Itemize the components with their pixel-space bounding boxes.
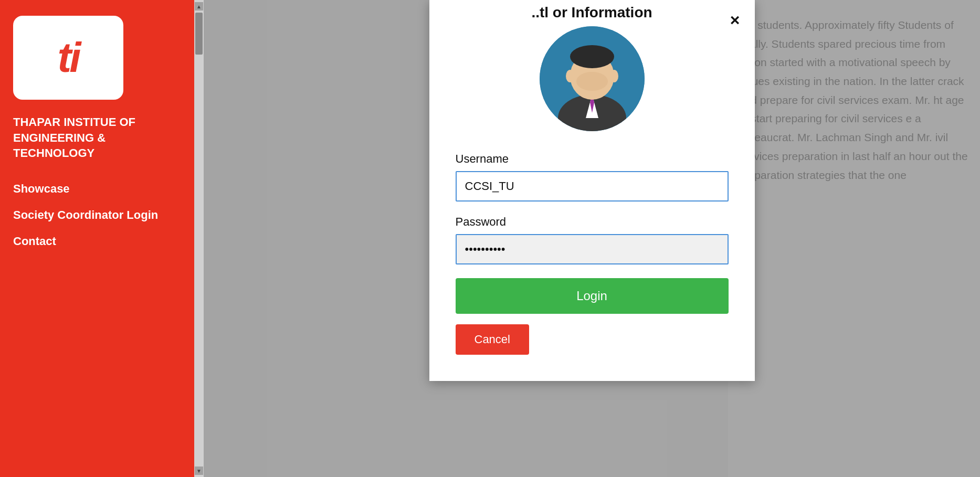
institute-name: THAPAR INSTITUE OF ENGINEERING & TECHNOL… — [13, 114, 181, 161]
sidebar-item-showcase[interactable]: Showcase — [13, 182, 181, 196]
main-content: ..tl or Information ear students. Approx… — [204, 0, 980, 477]
svg-point-7 — [566, 70, 574, 82]
password-input[interactable] — [456, 234, 729, 264]
login-button[interactable]: Login — [456, 278, 729, 314]
avatar-svg — [540, 26, 645, 131]
avatar — [540, 26, 645, 131]
avatar-container — [456, 26, 729, 131]
username-label: Username — [456, 152, 729, 166]
sidebar-item-contact[interactable]: Contact — [13, 235, 181, 248]
svg-point-9 — [576, 72, 608, 91]
sidebar-nav: Showcase Society Coordinator Login Conta… — [13, 182, 181, 248]
sidebar-item-coordinator-login[interactable]: Society Coordinator Login — [13, 208, 181, 222]
page-title-partial: ..tl or Information — [521, 0, 662, 25]
scroll-up-arrow[interactable]: ▲ — [195, 2, 203, 10]
svg-point-6 — [570, 45, 614, 68]
modal-close-button[interactable]: × — [730, 12, 740, 28]
login-modal: × — [429, 0, 755, 381]
logo-icon: ti — [58, 37, 79, 79]
logo-container: ti — [13, 16, 123, 100]
scroll-down-arrow[interactable]: ▼ — [195, 467, 203, 475]
svg-point-8 — [610, 70, 618, 82]
scrollbar[interactable]: ▲ ▼ — [194, 0, 204, 477]
password-label: Password — [456, 215, 729, 229]
cancel-button[interactable]: Cancel — [456, 324, 529, 355]
scroll-thumb[interactable] — [195, 13, 203, 55]
username-input[interactable] — [456, 171, 729, 202]
modal-backdrop: × — [204, 0, 980, 477]
sidebar: ti THAPAR INSTITUE OF ENGINEERING & TECH… — [0, 0, 194, 477]
